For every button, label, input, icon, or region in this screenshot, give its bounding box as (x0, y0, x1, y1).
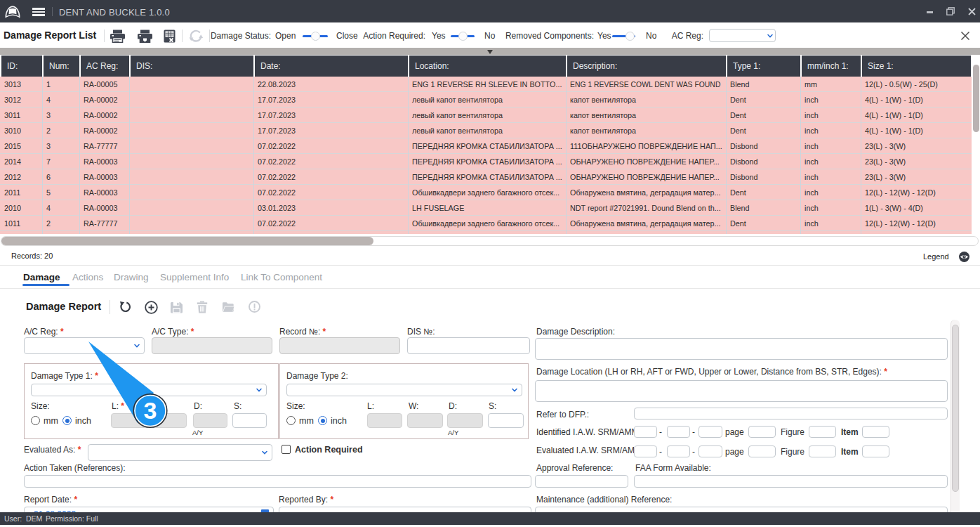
svg-text:3: 3 (144, 397, 157, 424)
